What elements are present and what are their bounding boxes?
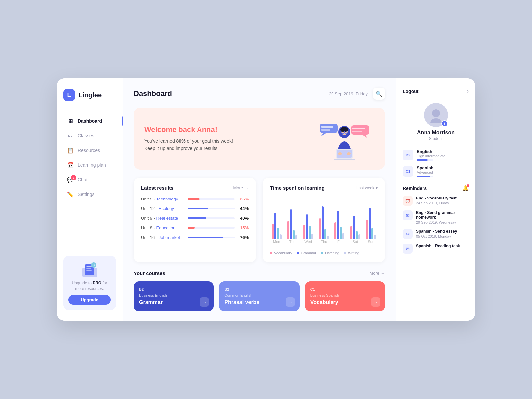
reminder-item: ✉ Eng - Send grammar homework 29 Sep 201… [403,210,469,224]
content-row: Latest results More → Unit 5 - Technolog… [134,178,385,262]
logout-icon[interactable]: ⇒ [464,88,469,95]
day-label: Fri [337,240,342,244]
result-percent: 15% [238,225,249,230]
welcome-illustration [315,117,374,160]
course-card[interactable]: C1 Business Spanish Vocabulary → [305,281,385,311]
reminder-text: Spanish - Send essey 05 Oct 2019, Monday [416,229,457,238]
logout-label[interactable]: Logout [403,89,418,94]
legend-dot [270,252,272,254]
bar-segment [342,233,344,239]
search-button[interactable]: 🔍 [373,88,385,100]
legend-label: Listening [325,251,339,255]
bar-segment [356,231,358,239]
bar-segment [371,228,373,239]
date-label: 20 Sep 2019, Friday [329,91,368,96]
results-list: Unit 5 - Technology 25% Unit 12 - Ecolog… [141,197,249,240]
sidebar-item-dashboard[interactable]: ⊞ Dashboard [63,114,116,128]
reminders-header: Reminders 🔔 [403,185,469,191]
bar-segment [374,235,376,239]
chart-area: Mon Tue Wed Thu Fri Sat Sun [270,197,378,246]
course-card[interactable]: B2 Common English Phrasal verbs → [219,281,299,311]
svg-rect-9 [321,126,333,128]
reminder-item: ⏰ Eng - Vocabulary test 24 Sep 2019, Fri… [403,196,469,206]
lang-name: Spanish [417,165,469,170]
logo-area: L Linglee [63,89,116,101]
course-sub: Common English [224,293,294,297]
sidebar-item-chat[interactable]: 💬 Chat 1 [63,173,116,186]
result-progress-bar [188,198,235,200]
svg-rect-4 [86,270,92,271]
legend-item: Listening [321,251,339,255]
result-progress-bar [188,227,235,229]
avatar-add-button[interactable]: + [441,120,448,127]
bar-segment [277,228,279,239]
reminder-icon: ✉ [403,229,413,239]
reminders-title: Reminders [403,186,427,191]
sidebar-item-learning-plan[interactable]: 📅 Learning plan [63,158,116,172]
day-label: Wed [304,240,312,244]
profile-area: + Anna Morrison Student [403,103,469,141]
lang-progress-bar [417,176,433,177]
svg-point-26 [432,109,440,117]
page-title: Dashboard [134,89,172,98]
bar-segment [324,229,326,239]
chart-filter[interactable]: Last week ▾ [356,186,378,190]
reminder-date: 29 Sep 2019, Wednesay [416,220,469,224]
lang-level: Advanced [417,170,469,174]
sidebar-label-classes: Classes [78,133,94,138]
upgrade-button[interactable]: Upgrade [68,295,111,305]
chart-legend: VocabularyGrammarListeningWriting [270,251,378,255]
chart-card: Time spent on learning Last week ▾ Mon T… [263,178,385,262]
resources-icon: 📋 [67,147,74,154]
user-role: Student [403,136,469,141]
results-title: Latest results [141,185,174,191]
result-item: Unit 5 - Technology 25% [141,197,249,201]
courses-more-link[interactable]: More → [369,271,385,276]
notification-button[interactable]: 🔔 [462,185,469,191]
course-name: Vocabulary [310,299,380,305]
welcome-greeting: Welcome back Anna! [144,125,233,134]
course-card[interactable]: B2 Business English Grammar → [134,281,214,311]
course-level: B2 [139,287,208,291]
language-item: C1 Spanish Advanced [403,165,469,177]
result-label: Unit 16 - Job market [141,235,184,240]
reminder-icon: ✉ [403,244,413,254]
bar-segment [358,234,360,239]
course-level: C1 [310,287,380,291]
sidebar-item-resources[interactable]: 📋 Resources [63,144,116,157]
logo-text: Linglee [78,91,102,99]
result-item: Unit 9 - Real estate 40% [141,216,249,221]
level-badge: B2 [403,150,413,160]
sidebar-item-classes[interactable]: 🗂 Classes [63,129,116,142]
dashboard-icon: ⊞ [67,118,74,124]
results-more-link[interactable]: More → [233,185,249,190]
bar-segment [290,209,292,239]
logo-icon: L [63,89,75,101]
chart-day: Sun [365,208,378,245]
reminders-list: ⏰ Eng - Vocabulary test 24 Sep 2019, Fri… [403,196,469,258]
course-arrow-icon: → [371,297,380,307]
reminder-item: ✉ Spanish - Send essey 05 Oct 2019, Mond… [403,229,469,239]
result-progress-bar [188,237,235,238]
bar-segment [274,213,276,239]
reminder-title: Eng - Vocabulary test [416,196,457,200]
bar-segment [327,236,329,239]
result-item: Unit 12 - Ecology 44% [141,206,249,211]
bar-group [334,211,344,239]
chart-title: Time spent on learning [270,185,325,191]
result-percent: 25% [238,197,249,201]
bar-group [287,209,297,239]
sidebar-item-settings[interactable]: ✏️ Settings [63,188,116,201]
chart-day: Mon [270,213,283,245]
course-sub: Business English [139,293,208,297]
sidebar-label-learning-plan: Learning plan [78,162,106,168]
chart-day: Tue [286,209,299,245]
bar-segment [303,225,305,239]
reminder-title: Spanish - Reading task [416,244,460,248]
chart-card-header: Time spent on learning Last week ▾ [270,185,378,191]
bar-segment [340,227,342,239]
result-percent: 44% [238,206,249,211]
reminder-icon: ✉ [403,210,413,220]
svg-rect-3 [86,268,91,269]
chart-day: Wed [302,214,315,245]
